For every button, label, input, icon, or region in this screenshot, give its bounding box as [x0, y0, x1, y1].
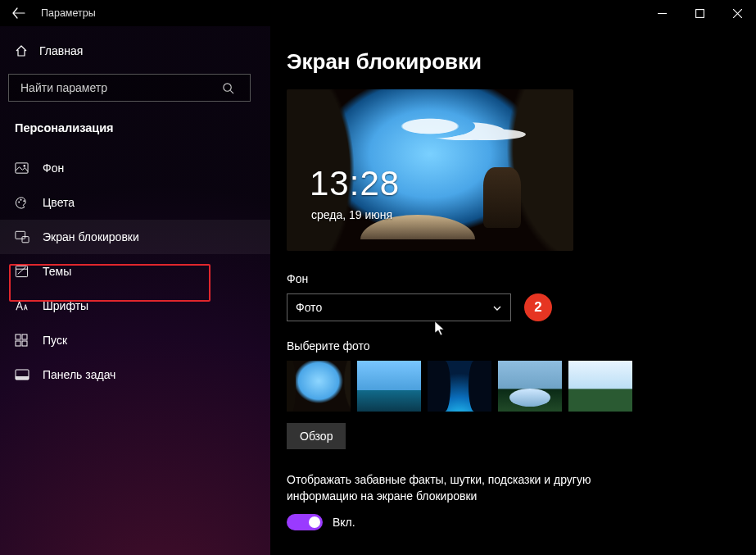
- svg-rect-10: [16, 334, 20, 339]
- back-button[interactable]: [0, 0, 38, 26]
- fonts-icon: [15, 299, 43, 313]
- preview-date: среда, 19 июня: [311, 208, 392, 221]
- sidebar-home[interactable]: Главная: [0, 36, 270, 66]
- photo-thumbnail[interactable]: [498, 361, 562, 412]
- close-button[interactable]: [718, 0, 756, 26]
- svg-rect-2: [16, 162, 28, 172]
- themes-icon: [15, 265, 43, 279]
- fun-facts-toggle[interactable]: [287, 514, 323, 530]
- sidebar-item-label: Экран блокировки: [43, 230, 139, 243]
- sidebar-item-taskbar[interactable]: Панель задач: [0, 357, 270, 392]
- sidebar-item-colors[interactable]: Цвета: [0, 185, 270, 220]
- search-input[interactable]: [19, 80, 222, 95]
- sidebar-item-label: Цвета: [43, 196, 75, 209]
- background-select[interactable]: Фото: [287, 293, 511, 321]
- svg-point-3: [24, 164, 25, 166]
- lockscreen-icon: [15, 230, 43, 244]
- content-pane: Экран блокировки 13:28 среда, 19 июня Фо…: [270, 26, 756, 555]
- sidebar-item-label: Панель задач: [43, 368, 115, 381]
- sidebar-item-themes[interactable]: Темы: [0, 254, 270, 289]
- sidebar-item-label: Темы: [43, 265, 71, 278]
- titlebar: Параметры: [0, 0, 756, 26]
- start-icon: [15, 334, 43, 347]
- thumbnail-row: [287, 361, 740, 412]
- preview-time: 13:28: [310, 164, 400, 203]
- palette-icon: [15, 196, 43, 210]
- search-icon: [222, 82, 243, 94]
- svg-point-1: [224, 83, 231, 90]
- sidebar-item-label: Шрифты: [43, 299, 88, 312]
- taskbar-icon: [15, 369, 43, 380]
- svg-rect-13: [22, 341, 27, 346]
- background-select-value: Фото: [296, 301, 492, 314]
- sidebar-category: Персонализация: [0, 110, 270, 146]
- svg-point-4: [18, 201, 20, 202]
- sidebar-item-label: Фон: [43, 161, 64, 175]
- sidebar-item-lockscreen[interactable]: Экран блокировки: [0, 220, 270, 254]
- sidebar-home-label: Главная: [39, 44, 83, 57]
- sidebar-item-start[interactable]: Пуск: [0, 323, 270, 357]
- picture-icon: [15, 161, 43, 175]
- photo-thumbnail[interactable]: [357, 361, 421, 412]
- callout-badge: 2: [524, 293, 552, 321]
- background-label: Фон: [287, 272, 740, 285]
- toggle-state: Вкл.: [333, 516, 355, 529]
- fun-facts-label: Отображать забавные факты, шутки, подска…: [287, 472, 631, 504]
- minimize-button[interactable]: [643, 0, 681, 26]
- sidebar-item-background[interactable]: Фон: [0, 151, 270, 185]
- svg-rect-0: [695, 9, 704, 17]
- photo-thumbnail[interactable]: [568, 361, 632, 412]
- sidebar-item-fonts[interactable]: Шрифты: [0, 289, 270, 323]
- photo-thumbnail[interactable]: [287, 361, 351, 412]
- svg-rect-9: [16, 266, 27, 276]
- page-title: Экран блокировки: [287, 49, 740, 75]
- lockscreen-preview: 13:28 среда, 19 июня: [287, 89, 573, 251]
- svg-rect-11: [22, 334, 27, 339]
- svg-point-5: [20, 198, 22, 200]
- svg-rect-12: [16, 341, 20, 346]
- browse-button[interactable]: Обзор: [287, 423, 346, 449]
- sidebar: Главная Персонализация Фон Цвета: [0, 26, 270, 555]
- svg-rect-7: [16, 231, 25, 239]
- sidebar-item-label: Пуск: [43, 334, 67, 347]
- window-title: Параметры: [41, 7, 96, 19]
- svg-point-6: [23, 200, 25, 202]
- home-icon: [15, 44, 39, 57]
- photo-thumbnail[interactable]: [428, 361, 491, 412]
- chevron-down-icon: [492, 303, 502, 313]
- svg-rect-15: [16, 376, 29, 380]
- maximize-button[interactable]: [681, 0, 718, 26]
- choose-photo-label: Выберите фото: [287, 339, 740, 353]
- search-input-wrap[interactable]: [8, 74, 251, 102]
